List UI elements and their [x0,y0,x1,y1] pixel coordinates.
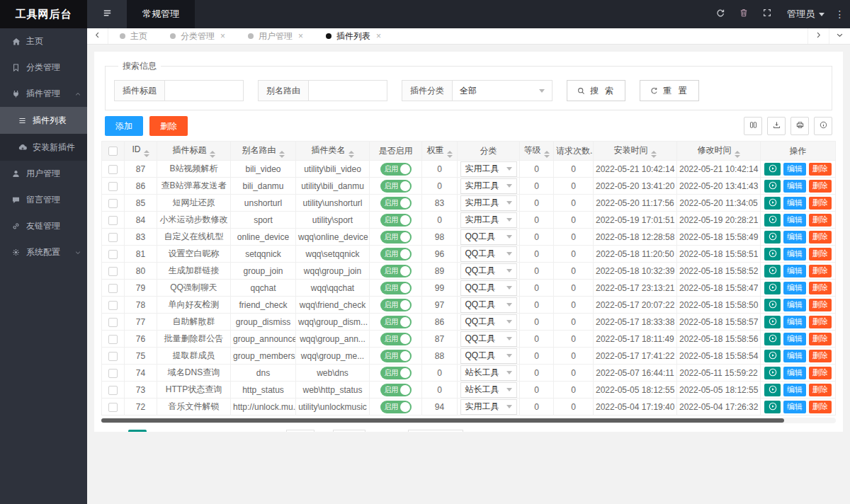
delete-button[interactable]: 删除 [809,282,832,294]
edit-button[interactable]: 编辑 [783,163,806,176]
delete-button[interactable]: 删除 [809,299,832,311]
edit-button[interactable]: 编辑 [783,180,806,193]
category-select[interactable]: QQ工具 [460,246,517,262]
reset-button[interactable]: 重 置 [640,80,698,101]
enabled-toggle[interactable]: 启用 [380,231,412,244]
category-select[interactable]: QQ工具 [460,348,517,364]
run-plugin-button[interactable] [764,197,781,210]
sort-icon[interactable] [279,151,285,158]
enabled-toggle[interactable]: 启用 [380,401,412,413]
page-button-1[interactable]: 1 [128,430,147,432]
delete-button[interactable]: 删除 [809,265,832,277]
scrollbar-thumb[interactable] [101,418,784,423]
row-checkbox[interactable] [108,352,118,361]
fullscreen-button[interactable] [755,0,778,28]
row-checkbox[interactable] [108,284,118,293]
page-button-2[interactable]: 2 [152,430,170,432]
run-plugin-button[interactable] [764,299,781,311]
sort-icon[interactable] [144,150,149,157]
clear-cache-button[interactable] [732,0,755,28]
tab-home[interactable]: 主页 [108,28,159,44]
category-select[interactable]: QQ工具 [460,297,517,313]
delete-button[interactable]: 删除 [809,333,832,345]
edit-button[interactable]: 编辑 [783,401,806,413]
next-page-button[interactable] [241,430,259,432]
sidebar-item-categories[interactable]: 分类管理 [0,55,87,81]
row-checkbox[interactable] [108,182,118,191]
sidebar-item-install-plugin[interactable]: 安装新插件 [0,134,87,161]
close-icon[interactable]: × [376,31,381,41]
category-select[interactable]: QQ工具 [460,331,517,347]
select-all-checkbox[interactable] [108,147,118,156]
edit-button[interactable]: 编辑 [783,333,806,345]
edit-button[interactable]: 编辑 [783,248,806,260]
enabled-toggle[interactable]: 启用 [380,197,412,210]
sidebar-item-system-config[interactable]: 系统配置 [0,239,87,265]
run-plugin-button[interactable] [764,367,781,379]
delete-button[interactable]: 删除 [809,180,832,193]
sidebar-item-plugins[interactable]: 插件管理 [0,81,87,107]
row-checkbox[interactable] [108,403,118,412]
edit-button[interactable]: 编辑 [783,367,806,379]
delete-button[interactable]: 删除 [809,401,832,413]
delete-button[interactable]: 删除 [809,316,832,328]
run-plugin-button[interactable] [764,265,781,277]
delete-button[interactable]: 删除 [809,350,832,362]
prev-page-button[interactable] [105,430,123,432]
delete-button[interactable]: 删除 [809,231,832,244]
sidebar-item-plugin-list[interactable]: 插件列表 [0,107,87,134]
enabled-toggle[interactable]: 启用 [380,367,412,379]
add-button[interactable]: 添加 [105,116,143,136]
run-plugin-button[interactable] [764,180,781,193]
enabled-toggle[interactable]: 启用 [380,282,412,294]
admin-dropdown[interactable]: 管理员 [787,8,824,21]
sort-icon[interactable] [651,151,657,158]
edit-button[interactable]: 编辑 [783,384,806,396]
batch-delete-button[interactable]: 删除 [149,116,188,136]
run-plugin-button[interactable] [764,282,781,294]
delete-button[interactable]: 删除 [809,384,832,396]
edit-button[interactable]: 编辑 [783,282,806,294]
refresh-button[interactable] [708,0,732,28]
category-select[interactable]: 实用工具 [460,195,517,211]
row-checkbox[interactable] [108,318,118,327]
category-select[interactable]: QQ工具 [460,229,517,245]
info-button[interactable] [814,117,832,135]
run-plugin-button[interactable] [764,248,781,260]
run-plugin-button[interactable] [764,163,781,176]
sidebar-item-home[interactable]: 主页 [0,28,87,55]
sidebar-item-friend-links[interactable]: 友链管理 [0,213,87,239]
per-page-select[interactable]: 15 条/页 [408,430,463,432]
row-checkbox[interactable] [108,165,118,174]
export-button[interactable] [767,117,786,135]
sidebar-item-messages[interactable]: 留言管理 [0,187,87,213]
category-select[interactable]: 实用工具 [460,212,517,228]
edit-button[interactable]: 编辑 [783,231,806,244]
sort-icon[interactable] [735,151,740,158]
enabled-toggle[interactable]: 启用 [380,214,412,227]
topnav-item-general[interactable]: 常规管理 [127,0,195,28]
sort-icon[interactable] [544,151,550,158]
sidebar-toggle-button[interactable] [87,0,127,28]
enabled-toggle[interactable]: 启用 [380,350,412,362]
category-select[interactable]: QQ工具 [460,314,517,330]
enabled-toggle[interactable]: 启用 [380,265,412,277]
category-select[interactable]: 实用工具 [460,399,517,415]
delete-button[interactable]: 删除 [809,197,832,210]
run-plugin-button[interactable] [764,333,781,345]
category-select[interactable]: QQ工具 [460,280,517,296]
category-select[interactable]: 站长工具 [460,365,517,381]
edit-button[interactable]: 编辑 [783,197,806,210]
row-checkbox[interactable] [108,335,118,344]
close-icon[interactable]: × [220,31,225,41]
row-checkbox[interactable] [108,250,118,259]
row-checkbox[interactable] [108,386,118,395]
row-checkbox[interactable] [108,267,118,276]
tabs-more-button[interactable] [829,28,850,44]
sort-icon[interactable] [348,151,354,158]
run-plugin-button[interactable] [764,231,781,244]
delete-button[interactable]: 删除 [809,214,832,227]
run-plugin-button[interactable] [764,350,781,362]
run-plugin-button[interactable] [764,401,781,413]
row-checkbox[interactable] [108,199,118,208]
